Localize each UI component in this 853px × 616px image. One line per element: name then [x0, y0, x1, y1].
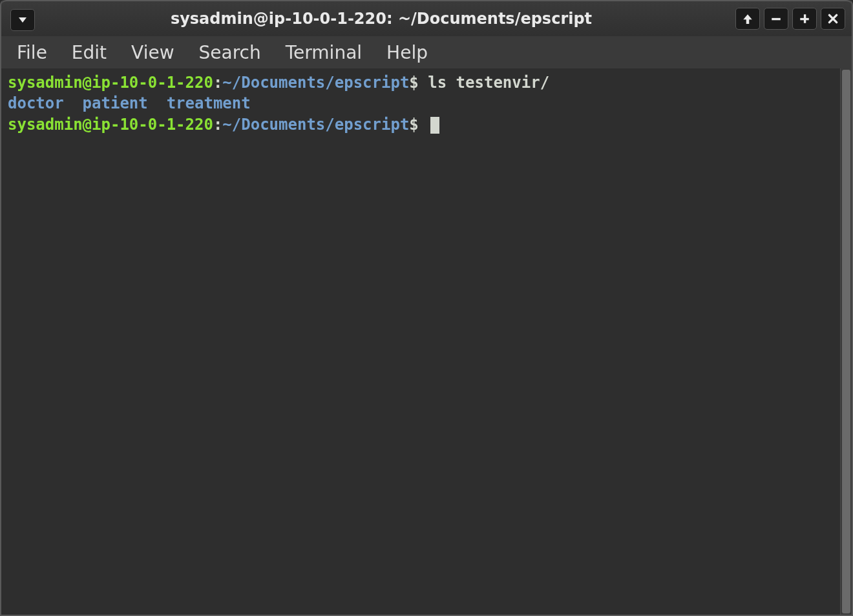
svg-rect-1 [772, 18, 781, 20]
maximize-button[interactable] [792, 8, 817, 30]
minimize-icon [770, 13, 782, 25]
terminal-text: patient [83, 94, 148, 112]
terminal-area-wrap: sysadmin@ip-10-0-1-220:~/Documents/epscr… [1, 68, 852, 615]
menu-item-view[interactable]: View [127, 39, 178, 66]
shade-up-button[interactable] [735, 8, 760, 30]
menu-item-search[interactable]: Search [195, 39, 265, 66]
text-cursor [430, 117, 439, 134]
menu-item-terminal[interactable]: Terminal [282, 39, 366, 66]
window-title: sysadmin@ip-10-0-1-220: ~/Documents/epsc… [8, 10, 845, 28]
menu-item-help[interactable]: Help [383, 39, 432, 66]
chevron-down-icon [17, 15, 28, 25]
terminal-text: ~/Documents/epscript [222, 74, 409, 92]
close-icon [827, 13, 839, 25]
titlebar[interactable]: sysadmin@ip-10-0-1-220: ~/Documents/epsc… [1, 0, 852, 36]
menubar: FileEditViewSearchTerminalHelp [1, 36, 852, 68]
terminal-text: doctor [8, 94, 64, 112]
svg-rect-3 [800, 18, 809, 20]
menu-item-file[interactable]: File [13, 39, 51, 66]
terminal-text [64, 94, 83, 112]
window-controls [732, 8, 845, 30]
minimize-button[interactable] [764, 8, 788, 30]
terminal-line: sysadmin@ip-10-0-1-220:~/Documents/epscr… [8, 114, 834, 135]
terminal-line: doctor patient treatment [8, 93, 834, 114]
terminal-text: ls testenvir/ [428, 74, 549, 92]
window-menu-button[interactable] [10, 9, 35, 31]
terminal-text: $ [409, 116, 428, 134]
svg-marker-0 [19, 17, 26, 23]
terminal-window: sysadmin@ip-10-0-1-220: ~/Documents/epsc… [0, 0, 853, 616]
terminal-text: treatment [167, 94, 251, 112]
scrollbar-thumb[interactable] [842, 70, 850, 613]
terminal-text: $ [409, 74, 428, 92]
terminal-text [148, 94, 167, 112]
menu-item-edit[interactable]: Edit [68, 39, 111, 66]
terminal-output[interactable]: sysadmin@ip-10-0-1-220:~/Documents/epscr… [1, 68, 840, 615]
terminal-text: : [213, 74, 222, 92]
terminal-text: : [213, 116, 222, 134]
scrollbar[interactable] [840, 68, 852, 615]
terminal-line: sysadmin@ip-10-0-1-220:~/Documents/epscr… [8, 72, 834, 93]
terminal-text: sysadmin@ip-10-0-1-220 [8, 116, 213, 134]
terminal-text: ~/Documents/epscript [222, 116, 409, 134]
terminal-text: sysadmin@ip-10-0-1-220 [8, 74, 213, 92]
arrow-up-icon [742, 13, 753, 25]
plus-icon [799, 13, 810, 25]
close-button[interactable] [821, 8, 845, 30]
